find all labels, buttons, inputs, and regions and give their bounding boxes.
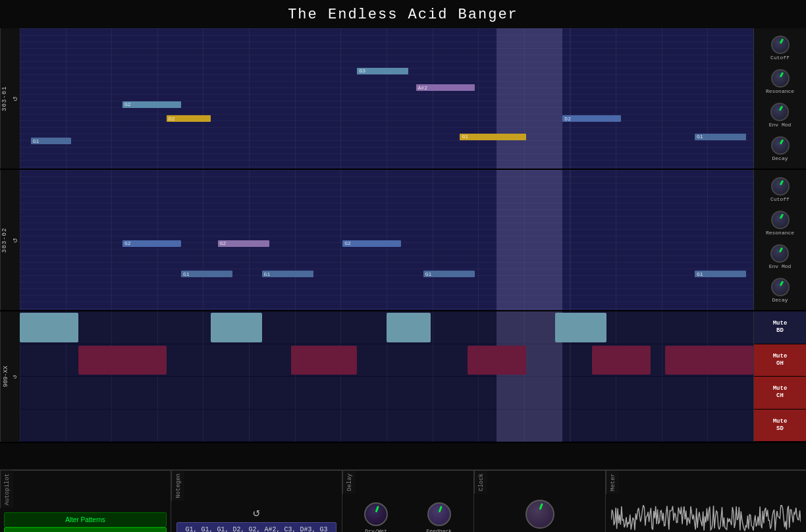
notegen-label: Notegen bbox=[171, 471, 184, 501]
cutoff-label-2: Cutoff bbox=[770, 196, 790, 202]
resonance-knob-group-1: Resonance bbox=[766, 69, 794, 94]
notegen-content: ↺ G1, G1, G1, D2, G2, A#2, C3, D#3, G3 bbox=[171, 501, 342, 532]
cutoff-label-1: Cutoff bbox=[770, 55, 790, 61]
note: G1 bbox=[423, 271, 475, 277]
drum-cell bbox=[211, 313, 262, 342]
drum-cell bbox=[665, 346, 753, 375]
resonance-label-2: Resonance bbox=[766, 230, 794, 236]
title-text: The Endless Acid Banger bbox=[288, 7, 518, 23]
alter-patterns-button[interactable]: Alter Patterns bbox=[4, 512, 167, 527]
envmod-knob-group-2: Env Mod bbox=[769, 244, 792, 269]
drum-cell bbox=[78, 346, 167, 375]
bpm-knob[interactable] bbox=[525, 500, 554, 529]
feedback-label: Feedback bbox=[426, 528, 451, 533]
reset-btn-drum[interactable]: ↺ bbox=[12, 375, 18, 378]
twiddle-knobs-button[interactable]: Twiddle With Knobs bbox=[4, 527, 167, 532]
feedback-knob[interactable] bbox=[427, 502, 451, 526]
notegen-refresh-icon[interactable]: ↺ bbox=[253, 505, 260, 519]
drum-cell bbox=[291, 346, 357, 375]
note: G1 bbox=[262, 271, 313, 277]
reset-btn-303-02[interactable]: ↺ bbox=[11, 237, 20, 242]
clock-content: BPM bbox=[474, 494, 605, 532]
drum-grid bbox=[20, 311, 753, 442]
envmod-knob-2[interactable] bbox=[770, 244, 789, 263]
reset-btn-303-01[interactable]: ↺ bbox=[11, 95, 20, 101]
note: G2 bbox=[342, 240, 401, 247]
delay-label: Delay bbox=[342, 471, 356, 494]
drum-cell bbox=[555, 313, 606, 342]
drum-cell bbox=[387, 313, 431, 342]
page-title: The Endless Acid Banger bbox=[0, 0, 806, 28]
piano-roll-303-01: G1G2D2G3A#2G1D2G1 bbox=[20, 28, 753, 169]
note: A#2 bbox=[416, 84, 475, 91]
dry-wet-group: Dry/Wet bbox=[364, 502, 388, 533]
track-label-303-02: 303-02 ↺ bbox=[0, 170, 20, 310]
note: G1 bbox=[695, 271, 746, 277]
decay-knob-group-2: Decay bbox=[771, 278, 790, 303]
drum-row-oh bbox=[20, 344, 753, 377]
dry-wet-label: Dry/Wet bbox=[365, 528, 387, 533]
cutoff-knob-1[interactable] bbox=[771, 36, 790, 54]
autopilot-label: Autopilot bbox=[0, 471, 13, 508]
resonance-label-1: Resonance bbox=[766, 88, 794, 94]
mute-oh-button[interactable]: MuteOH bbox=[754, 344, 806, 377]
envmod-knob-group-1: Env Mod bbox=[769, 103, 792, 128]
meter-label: Meter bbox=[606, 471, 619, 494]
cutoff-knob-group-2: Cutoff bbox=[770, 177, 790, 202]
clock-section: Clock BPM bbox=[474, 471, 606, 532]
envmod-label-1: Env Mod bbox=[769, 122, 792, 128]
mute-bd-button[interactable]: MuteBD bbox=[754, 311, 806, 344]
note: D2 bbox=[562, 115, 621, 122]
delay-content: Dry/Wet Feedback bbox=[342, 494, 473, 532]
note: D2 bbox=[167, 115, 211, 122]
dry-wet-knob[interactable] bbox=[364, 502, 388, 526]
autopilot-section: Autopilot Alter Patterns Twiddle With Kn… bbox=[0, 471, 171, 532]
cutoff-knob-2[interactable] bbox=[771, 177, 790, 196]
note: G1 bbox=[695, 134, 746, 140]
cutoff-knob-group-1: Cutoff bbox=[770, 36, 790, 61]
resonance-knob-group-2: Resonance bbox=[766, 211, 794, 236]
note: G2 bbox=[122, 240, 181, 247]
note: G1 bbox=[460, 134, 525, 140]
drum-cell bbox=[592, 346, 651, 375]
envmod-knob-1[interactable] bbox=[770, 103, 789, 121]
meter-section: Meter bbox=[606, 471, 806, 532]
notegen-section: Notegen ↺ G1, G1, G1, D2, G2, A#2, C3, D… bbox=[171, 471, 342, 532]
bpm-group: BPM bbox=[525, 500, 554, 533]
feedback-group: Feedback bbox=[426, 502, 451, 533]
mute-ch-button[interactable]: MuteCH bbox=[754, 377, 806, 410]
track-303-01: 303-01 ↺ G1G2D2G3A#2G1D2G1 Cutoff Resona… bbox=[0, 28, 806, 170]
sequencer-area: 303-01 ↺ G1G2D2G3A#2G1D2G1 Cutoff Resona… bbox=[0, 28, 806, 469]
clock-label: Clock bbox=[474, 471, 487, 494]
mute-sd-button[interactable]: MuteSD bbox=[754, 410, 806, 442]
decay-knob-2[interactable] bbox=[771, 278, 790, 296]
meter-waveform bbox=[611, 498, 801, 532]
piano-roll-303-02: G2G2G1G2G1G1G1 bbox=[20, 170, 753, 310]
decay-label-2: Decay bbox=[772, 297, 788, 303]
delay-section: Delay Dry/Wet Feedback bbox=[342, 471, 474, 532]
track-303-02: 303-02 ↺ G2G2G1G2G1G1G1 Cutoff Resonance… bbox=[0, 170, 806, 311]
note: G2 bbox=[122, 101, 181, 108]
note: G2 bbox=[218, 240, 269, 247]
drum-controls: MuteBD MuteOH MuteCH MuteSD bbox=[753, 311, 806, 442]
autopilot-content: Alter Patterns Twiddle With Knobs Mute D… bbox=[0, 508, 171, 532]
track-label-303-01: 303-01 ↺ bbox=[0, 28, 20, 169]
drum-cell bbox=[468, 346, 526, 375]
bottom-bar: Autopilot Alter Patterns Twiddle With Kn… bbox=[0, 469, 806, 532]
meter-content bbox=[606, 494, 806, 532]
decay-label-1: Decay bbox=[772, 155, 788, 161]
track-controls-303-01: Cutoff Resonance Env Mod Decay bbox=[753, 28, 806, 169]
decay-knob-1[interactable] bbox=[771, 136, 790, 155]
envmod-label-2: Env Mod bbox=[769, 263, 792, 269]
drum-label: 909-XX ↺ bbox=[0, 311, 20, 442]
drum-row-ch bbox=[20, 377, 753, 410]
resonance-knob-2[interactable] bbox=[771, 211, 790, 229]
notegen-notes: G1, G1, G1, D2, G2, A#2, C3, D#3, G3 bbox=[176, 522, 336, 532]
resonance-knob-1[interactable] bbox=[771, 69, 790, 88]
note: G3 bbox=[357, 68, 408, 74]
note: G1 bbox=[31, 138, 71, 144]
note: G1 bbox=[181, 271, 232, 277]
drum-track-909xx: 909-XX ↺ MuteBD MuteOH MuteCH MuteSD bbox=[0, 311, 806, 443]
drum-row-bd bbox=[20, 311, 753, 344]
drum-cell bbox=[20, 313, 78, 342]
